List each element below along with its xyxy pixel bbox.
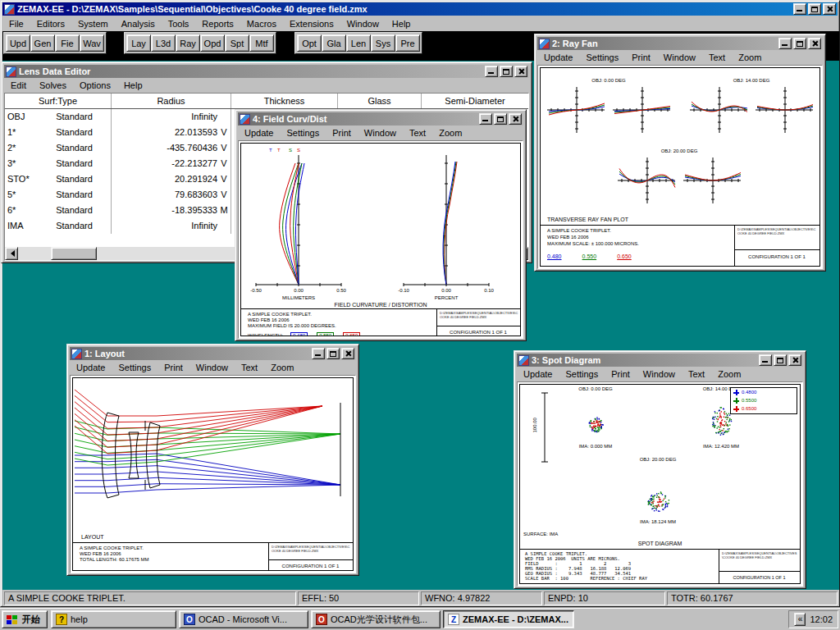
rayfan-menu-settings[interactable]: Settings	[579, 51, 625, 64]
lde-cell-radius-flag[interactable]: V	[217, 140, 231, 156]
toolbar-gla-button[interactable]: Gla	[322, 34, 346, 52]
lde-cell-radius[interactable]: Infinity	[112, 109, 217, 125]
toolbar-lay-button[interactable]: Lay	[126, 34, 151, 52]
taskbar-button-zemax[interactable]: Z ZEMAX-EE - D:\ZEMAX...	[443, 610, 574, 628]
lde-cell-radius[interactable]: 22.013593	[112, 125, 217, 140]
fieldcurv-menu-print[interactable]: Print	[326, 126, 358, 139]
lde-minimize-button[interactable]	[485, 66, 498, 77]
taskbar-button-ocad-vi[interactable]: O OCAD - Microsoft Vi...	[179, 610, 308, 628]
spot-menu-print[interactable]: Print	[605, 368, 637, 381]
close-button[interactable]	[823, 3, 836, 15]
layout-title-bar[interactable]: 1: Layout	[70, 347, 356, 360]
lde-cell-surf[interactable]: 2*	[5, 140, 38, 156]
toolbar-fie-button[interactable]: Fie	[55, 34, 80, 52]
lde-cell-type[interactable]: Standard	[38, 156, 111, 171]
fieldcurv-window-icon[interactable]	[240, 114, 250, 125]
lde-window-icon[interactable]	[6, 66, 16, 77]
menu-tools[interactable]: Tools	[162, 17, 196, 30]
layout-menu-text[interactable]: Text	[235, 361, 264, 374]
fieldcurv-menu-zoom[interactable]: Zoom	[432, 126, 468, 139]
spot-menu-settings[interactable]: Settings	[559, 368, 605, 381]
spot-close-button[interactable]	[788, 354, 801, 366]
fieldcurv-menu-update[interactable]: Update	[238, 126, 280, 139]
toolbar-pre-button[interactable]: Pre	[395, 34, 420, 52]
layout-maximize-button[interactable]	[326, 348, 340, 359]
lde-cell-radius-flag[interactable]: V	[217, 187, 231, 203]
lde-cell-radius[interactable]: 79.683603	[112, 187, 217, 203]
scroll-left-button[interactable]	[5, 247, 18, 260]
spot-menu-text[interactable]: Text	[682, 368, 711, 381]
start-button[interactable]: 开始	[2, 610, 48, 628]
menu-analysis[interactable]: Analysis	[115, 17, 162, 30]
lde-cell-radius-flag[interactable]: M	[217, 203, 231, 218]
rayfan-menu-print[interactable]: Print	[625, 51, 657, 64]
menu-file[interactable]: File	[2, 17, 30, 30]
rayfan-menu-text[interactable]: Text	[702, 51, 732, 64]
spot-window-icon[interactable]	[518, 355, 529, 366]
toolbar-l3d-button[interactable]: L3d	[151, 34, 176, 52]
toolbar-mtf-button[interactable]: Mtf	[249, 34, 274, 52]
spot-title-bar[interactable]: 3: Spot Diagram	[517, 354, 803, 367]
fieldcurv-minimize-button[interactable]	[479, 113, 492, 125]
lde-close-button[interactable]	[514, 66, 527, 77]
lde-cell-surf[interactable]: 3*	[5, 156, 38, 171]
maximize-button[interactable]	[808, 3, 821, 15]
taskbar-clock[interactable]: 12:02	[810, 614, 833, 624]
toolbar-opt-button[interactable]: Opt	[297, 34, 322, 52]
layout-window-icon[interactable]	[71, 349, 82, 359]
lde-cell-radius[interactable]: 20.291924	[112, 171, 217, 187]
menu-reports[interactable]: Reports	[195, 17, 240, 30]
rayfan-title-bar[interactable]: 2: Ray Fan	[537, 37, 823, 50]
lde-cell-radius[interactable]: Infinity	[112, 218, 217, 234]
toolbar-ray-button[interactable]: Ray	[176, 34, 200, 52]
toolbar-opd-button[interactable]: Opd	[200, 34, 225, 52]
main-title-bar[interactable]: ZEMAX-EE - D:\ZEMAX\Samples\Sequential\O…	[2, 2, 838, 16]
fieldcurv-menu-text[interactable]: Text	[403, 126, 432, 139]
taskbar-button-ocad-cn[interactable]: O OCAD光学设计软件包...	[311, 610, 441, 628]
lde-cell-surf[interactable]: 5*	[5, 187, 38, 203]
rayfan-menu-zoom[interactable]: Zoom	[732, 51, 768, 64]
lde-menu-help[interactable]: Help	[117, 79, 149, 92]
menu-system[interactable]: System	[71, 17, 115, 30]
lde-cell-type[interactable]: Standard	[38, 140, 111, 156]
toolbar-wav-button[interactable]: Wav	[80, 34, 104, 52]
fieldcurv-menu-window[interactable]: Window	[358, 126, 403, 139]
lde-menu-edit[interactable]: Edit	[4, 79, 33, 92]
lde-cell-type[interactable]: Standard	[38, 109, 111, 125]
toolbar-spt-button[interactable]: Spt	[225, 34, 249, 52]
menu-editors[interactable]: Editors	[30, 17, 71, 30]
lde-menu-solves[interactable]: Solves	[33, 79, 73, 92]
lde-cell-radius-flag[interactable]	[217, 109, 231, 125]
layout-minimize-button[interactable]	[312, 348, 325, 359]
lde-title-bar[interactable]: Lens Data Editor	[4, 65, 529, 78]
fieldcurv-maximize-button[interactable]	[494, 113, 507, 125]
spot-menu-window[interactable]: Window	[637, 368, 682, 381]
taskbar-button-help[interactable]: ? help	[51, 610, 176, 628]
rayfan-maximize-button[interactable]	[793, 38, 806, 49]
lde-cell-surf[interactable]: IMA	[5, 218, 38, 234]
spot-menu-update[interactable]: Update	[517, 368, 559, 381]
lde-cell-type[interactable]: Standard	[38, 203, 111, 218]
lde-cell-radius[interactable]: -435.760436	[112, 140, 217, 156]
fieldcurv-menu-settings[interactable]: Settings	[280, 126, 326, 139]
rayfan-close-button[interactable]	[808, 38, 821, 49]
lde-cell-radius[interactable]: -22.213277	[112, 156, 217, 171]
app-icon[interactable]	[4, 4, 15, 15]
menu-help[interactable]: Help	[386, 17, 418, 30]
menu-extensions[interactable]: Extensions	[283, 17, 340, 30]
toolbar-gen-button[interactable]: Gen	[30, 34, 55, 52]
lde-cell-radius[interactable]: -18.395333	[112, 203, 217, 218]
scroll-thumb[interactable]	[51, 247, 97, 260]
rayfan-window-icon[interactable]	[539, 39, 550, 49]
rayfan-menu-window[interactable]: Window	[657, 51, 702, 64]
lde-cell-surf[interactable]: OBJ	[5, 109, 38, 125]
lde-cell-surf[interactable]: 1*	[5, 125, 38, 140]
fieldcurv-close-button[interactable]	[509, 113, 522, 125]
lde-cell-type[interactable]: Standard	[38, 125, 111, 140]
layout-menu-update[interactable]: Update	[70, 361, 112, 374]
lde-cell-type[interactable]: Standard	[38, 218, 111, 234]
lde-cell-radius-flag[interactable]: V	[217, 125, 231, 140]
lde-menu-options[interactable]: Options	[73, 79, 117, 92]
spot-maximize-button[interactable]	[774, 354, 787, 366]
layout-menu-settings[interactable]: Settings	[112, 361, 158, 374]
